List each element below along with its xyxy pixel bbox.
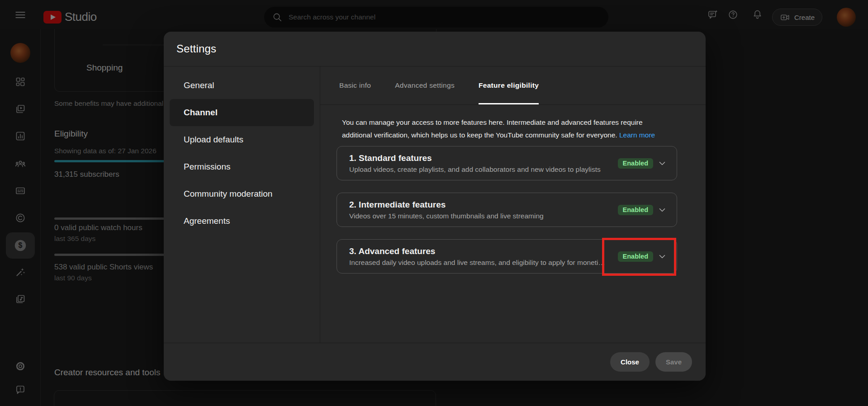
feature-text: 3. Advanced features Increased daily vid… (349, 246, 618, 267)
feature-title: 1. Standard features (349, 153, 612, 163)
dialog-footer: Close Save (164, 343, 706, 381)
nav-item-upload-defaults[interactable]: Upload defaults (170, 126, 314, 153)
tab-basic-info[interactable]: Basic info (339, 66, 371, 104)
feature-text: 2. Intermediate features Videos over 15 … (349, 200, 618, 220)
feature-eligibility-description: You can manage your access to more featu… (342, 116, 664, 142)
settings-nav: General Channel Upload defaults Permissi… (164, 66, 320, 343)
feature-status: Enabled (618, 158, 667, 169)
feature-status: Enabled (618, 205, 667, 215)
status-badge: Enabled (618, 205, 653, 215)
nav-item-general[interactable]: General (170, 72, 314, 99)
nav-item-permissions[interactable]: Permissions (170, 153, 314, 180)
close-button[interactable]: Close (610, 352, 650, 372)
feature-subtitle: Upload videos, create playlists, and add… (349, 165, 612, 174)
learn-more-link[interactable]: Learn more (619, 131, 655, 139)
feature-status: Enabled (618, 251, 667, 262)
chevron-down-icon[interactable] (657, 205, 667, 215)
youtube-studio-app: Studio Search across your channel Create (0, 0, 868, 406)
feature-eligibility-panel: You can manage your access to more featu… (320, 105, 706, 274)
advanced-features-row[interactable]: 3. Advanced features Increased daily vid… (337, 239, 677, 274)
settings-dialog: Settings General Channel Upload defaults… (164, 32, 706, 381)
chevron-down-icon[interactable] (657, 251, 667, 261)
dialog-title: Settings (176, 42, 216, 55)
save-button[interactable]: Save (655, 352, 692, 372)
tab-feature-eligibility[interactable]: Feature eligibility (479, 66, 539, 104)
chevron-down-icon[interactable] (657, 158, 667, 168)
feature-title: 2. Intermediate features (349, 200, 612, 210)
feature-subtitle: Videos over 15 minutes, custom thumbnail… (349, 212, 612, 220)
feature-subtitle: Increased daily video uploads and live s… (349, 259, 612, 267)
description-text: You can manage your access to more featu… (342, 118, 643, 139)
nav-item-agreements[interactable]: Agreements (170, 208, 314, 235)
dialog-header: Settings (164, 32, 706, 66)
nav-item-channel[interactable]: Channel (170, 99, 314, 126)
standard-features-row[interactable]: 1. Standard features Upload videos, crea… (337, 146, 677, 180)
nav-item-community-moderation[interactable]: Community moderation (170, 180, 314, 208)
channel-settings-tabs: Basic info Advanced settings Feature eli… (320, 66, 706, 105)
tab-advanced-settings[interactable]: Advanced settings (395, 66, 455, 104)
intermediate-features-row[interactable]: 2. Intermediate features Videos over 15 … (337, 193, 677, 227)
status-badge: Enabled (618, 158, 653, 169)
feature-title: 3. Advanced features (349, 246, 612, 256)
status-badge: Enabled (618, 251, 653, 262)
feature-text: 1. Standard features Upload videos, crea… (349, 153, 618, 174)
